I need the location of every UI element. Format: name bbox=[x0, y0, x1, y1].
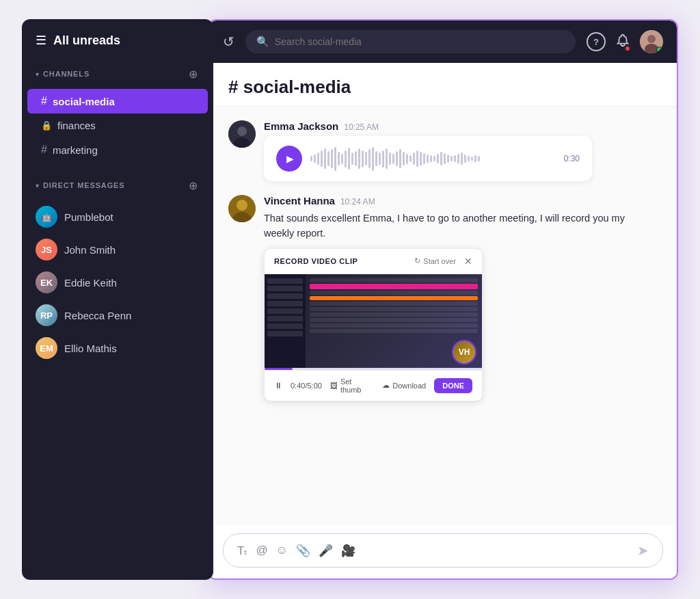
input-box: Tₜ @ ☺ 📎 🎤 🎥 ➤ bbox=[223, 533, 663, 568]
thumb-sidebar-item bbox=[267, 301, 303, 306]
svg-point-4 bbox=[237, 127, 247, 136]
refresh-icon: ↻ bbox=[414, 256, 420, 265]
channels-section-label: CHANNELS bbox=[43, 70, 90, 78]
thumb-row bbox=[310, 329, 478, 333]
waveform bbox=[310, 146, 556, 171]
dm-item-elliomathis[interactable]: EM Ellio Mathis bbox=[22, 332, 213, 364]
channel-item-finances[interactable]: 🔒 finances bbox=[27, 114, 208, 137]
msg-header-vincent: Vincent Hanna 10:24 AM bbox=[264, 195, 658, 207]
channel-item-marketing[interactable]: # marketing bbox=[27, 137, 208, 162]
message-input[interactable] bbox=[365, 545, 628, 556]
sidebar: ☰ All unreads ▾ CHANNELS ⊕ # social-medi… bbox=[22, 19, 213, 580]
avatar-rebeccapenn: RP bbox=[36, 304, 57, 326]
msg-time-emma: 10:25 AM bbox=[344, 122, 379, 132]
thumb-row bbox=[310, 312, 478, 317]
send-button[interactable]: ➤ bbox=[637, 542, 649, 559]
message-vincent: Vincent Hanna 10:24 AM That sounds excel… bbox=[228, 195, 658, 401]
search-bar[interactable]: 🔍 bbox=[245, 30, 576, 53]
audio-duration: 0:30 bbox=[564, 154, 580, 163]
avatar-emma bbox=[228, 120, 256, 148]
search-icon: 🔍 bbox=[256, 36, 269, 48]
video-icon[interactable]: 🎥 bbox=[341, 544, 355, 558]
dm-name-pumblebot: Pumblebot bbox=[64, 211, 113, 223]
history-icon[interactable]: ↺ bbox=[223, 34, 234, 50]
top-bar: ↺ 🔍 ? bbox=[209, 21, 677, 63]
start-over-button[interactable]: ↻ Start over bbox=[414, 256, 456, 265]
thumb-sidebar-item bbox=[267, 293, 303, 299]
video-thumb-content: VH bbox=[265, 274, 482, 370]
channel-name-marketing: marketing bbox=[53, 144, 98, 156]
set-thumb-label: Set thumb bbox=[340, 377, 374, 394]
video-timer: 0:40/5:00 bbox=[291, 382, 322, 390]
record-label: RECORD VIDEO CLIP bbox=[274, 257, 358, 265]
channels-section-left: ▾ CHANNELS bbox=[36, 70, 90, 78]
msg-content-vincent: Vincent Hanna 10:24 AM That sounds excel… bbox=[264, 195, 658, 401]
thumb-row bbox=[310, 318, 478, 322]
dm-name-elliomathis: Ellio Mathis bbox=[64, 343, 117, 354]
image-icon: 🖼 bbox=[330, 382, 338, 390]
channel-title: # social-media bbox=[228, 77, 658, 98]
thumb-row bbox=[310, 278, 478, 282]
add-dm-icon[interactable]: ⊕ bbox=[186, 178, 200, 192]
dm-item-eddiekeit[interactable]: EK Eddie Keith bbox=[22, 266, 213, 299]
svg-point-1 bbox=[647, 35, 656, 43]
message-emma: Emma Jackson 10:25 AM ▶ 0:30 bbox=[228, 120, 658, 181]
help-icon[interactable]: ? bbox=[587, 32, 606, 51]
msg-time-vincent: 10:24 AM bbox=[340, 197, 375, 207]
pause-icon[interactable]: ⏸ bbox=[274, 381, 282, 390]
thumb-row bbox=[310, 307, 478, 311]
user-status-dot bbox=[656, 46, 662, 53]
emoji-icon[interactable]: ☺ bbox=[276, 544, 288, 557]
msg-author-vincent: Vincent Hanna bbox=[264, 195, 335, 207]
download-button[interactable]: ☁ Download bbox=[382, 381, 426, 390]
dm-item-pumblebot[interactable]: 🤖 Pumblebot bbox=[22, 200, 213, 233]
close-video-button[interactable]: ✕ bbox=[464, 256, 472, 267]
thumb-row bbox=[310, 323, 478, 328]
video-card-footer: ⏸ 0:40/5:00 🖼 Set thumb ☁ Download DONE bbox=[265, 370, 482, 401]
svg-point-7 bbox=[237, 200, 247, 211]
mention-icon[interactable]: @ bbox=[256, 544, 267, 557]
download-label: Download bbox=[392, 382, 426, 390]
msg-text-vincent: That sounds excellent Emma, I have to go… bbox=[264, 211, 658, 241]
search-input[interactable] bbox=[275, 36, 565, 47]
thumb-row-pink bbox=[310, 284, 478, 289]
hamburger-icon[interactable]: ☰ bbox=[36, 33, 46, 48]
user-avatar[interactable] bbox=[640, 30, 663, 53]
add-channel-icon[interactable]: ⊕ bbox=[186, 67, 200, 81]
microphone-icon[interactable]: 🎤 bbox=[319, 544, 333, 558]
attachment-icon[interactable]: 📎 bbox=[296, 544, 310, 558]
dm-chevron-icon[interactable]: ▾ bbox=[36, 182, 39, 189]
notification-dot bbox=[625, 46, 630, 51]
play-button[interactable]: ▶ bbox=[276, 146, 302, 172]
input-tools: Tₜ @ ☺ 📎 🎤 🎥 bbox=[237, 544, 355, 558]
notification-icon[interactable] bbox=[615, 33, 630, 51]
avatar-eddiekeit: EK bbox=[36, 271, 57, 293]
done-button[interactable]: DONE bbox=[434, 378, 472, 393]
thumb-row-orange bbox=[310, 296, 478, 300]
text-format-icon[interactable]: Tₜ bbox=[237, 544, 247, 558]
play-icon: ▶ bbox=[286, 153, 294, 164]
dm-section-label: DIRECT MESSAGES bbox=[43, 181, 125, 189]
video-avatar-bottom: VH bbox=[452, 340, 476, 364]
avatar-elliomathis: EM bbox=[36, 337, 57, 359]
channel-item-social-media[interactable]: # social-media bbox=[27, 89, 208, 114]
thumb-sidebar-item bbox=[267, 316, 303, 321]
video-thumb-sidebar bbox=[265, 274, 306, 370]
video-card-header-right: ↻ Start over ✕ bbox=[414, 256, 472, 267]
main-content: ↺ 🔍 ? bbox=[208, 19, 678, 580]
messages-area: Emma Jackson 10:25 AM ▶ 0:30 bbox=[209, 107, 677, 525]
channel-name-finances: finances bbox=[57, 120, 96, 131]
channel-header: # social-media bbox=[209, 63, 677, 107]
channels-section-header: ▾ CHANNELS ⊕ bbox=[22, 62, 213, 86]
channels-chevron-icon[interactable]: ▾ bbox=[36, 70, 39, 78]
dm-item-rebeccapenn[interactable]: RP Rebecca Penn bbox=[22, 299, 213, 332]
dm-item-johnsmith[interactable]: JS John Smith bbox=[22, 233, 213, 266]
channel-prefix-marketing: # bbox=[41, 144, 47, 156]
channel-prefix-social-media: # bbox=[41, 95, 47, 107]
video-progress-bar bbox=[265, 368, 482, 370]
video-progress-fill bbox=[265, 368, 293, 370]
dm-section: ▾ DIRECT MESSAGES ⊕ 🤖 Pumblebot JS John … bbox=[22, 173, 213, 364]
msg-content-emma: Emma Jackson 10:25 AM ▶ 0:30 bbox=[264, 120, 658, 181]
set-thumb-button[interactable]: 🖼 Set thumb bbox=[330, 377, 374, 394]
thumb-sidebar-item bbox=[267, 286, 303, 291]
